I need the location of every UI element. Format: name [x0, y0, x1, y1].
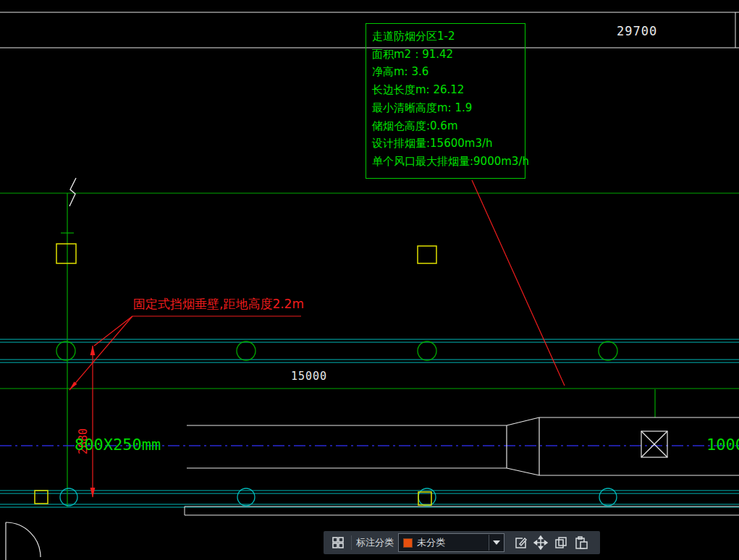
toolbar-separator: [351, 535, 352, 550]
lower-wall-lines: [0, 491, 739, 507]
copy-icon: [554, 535, 568, 550]
duct-size-label-right: 1000X: [706, 436, 739, 454]
paste-button[interactable]: [571, 533, 591, 552]
duct-size-label-left: 800X250mm: [75, 436, 161, 454]
edit-icon: [513, 535, 528, 550]
annotation-category-label: 标注分类: [355, 536, 398, 549]
door-symbol: [6, 522, 41, 560]
smoke-zone-info-box: 走道防烟分区1-2 面积m2：91.42 净高m: 3.6 长边长度m: 26.…: [366, 23, 525, 179]
move-icon: [533, 535, 548, 550]
info-line-clear-height: 净高m: 3.6: [372, 63, 525, 81]
move-button[interactable]: [531, 533, 551, 552]
info-line-smoke-reservoir: 储烟仓高度:0.6m: [372, 117, 525, 135]
yellow-symbols: [35, 244, 436, 505]
category-color-swatch: [403, 538, 413, 548]
paste-icon: [574, 535, 588, 550]
info-line-design-exhaust: 设计排烟量:15600m3/h: [372, 135, 525, 153]
copy-button[interactable]: [551, 533, 571, 552]
info-line-long-side: 长边长度m: 26.12: [372, 81, 525, 99]
grid-button[interactable]: [328, 533, 348, 552]
column-circles-upper: [56, 341, 617, 360]
grid-lines-green: [0, 193, 739, 507]
dimension-15000: 15000: [291, 370, 327, 383]
cad-canvas[interactable]: 走道防烟分区1-2 面积m2：91.42 净高m: 3.6 长边长度m: 26.…: [0, 0, 739, 560]
info-line-area: 面积m2：91.42: [372, 46, 525, 64]
category-dropdown[interactable]: 未分类: [398, 533, 504, 552]
upper-wall-lines: [0, 339, 739, 362]
info-line-zone: 走道防烟分区1-2: [372, 27, 525, 46]
chevron-down-icon: [493, 540, 500, 545]
dropdown-separator: [489, 535, 489, 551]
category-dropdown-value: 未分类: [417, 536, 489, 549]
smoke-barrier-annotation: 固定式挡烟垂壁,距地高度2.2m: [133, 296, 304, 313]
dimension-29700: 29700: [617, 24, 657, 38]
damper-symbol: [641, 431, 667, 457]
grid-icon: [331, 535, 345, 550]
info-line-max-per-outlet: 单个风口最大排烟量:9000m3/h: [372, 153, 525, 171]
annotation-toolbar: 标注分类 未分类: [324, 531, 600, 554]
info-line-min-clear: 最小清晰高度m: 1.9: [372, 99, 525, 117]
column-circles-lower: [60, 488, 617, 506]
break-symbol: [69, 178, 76, 206]
edit-button[interactable]: [510, 533, 531, 552]
